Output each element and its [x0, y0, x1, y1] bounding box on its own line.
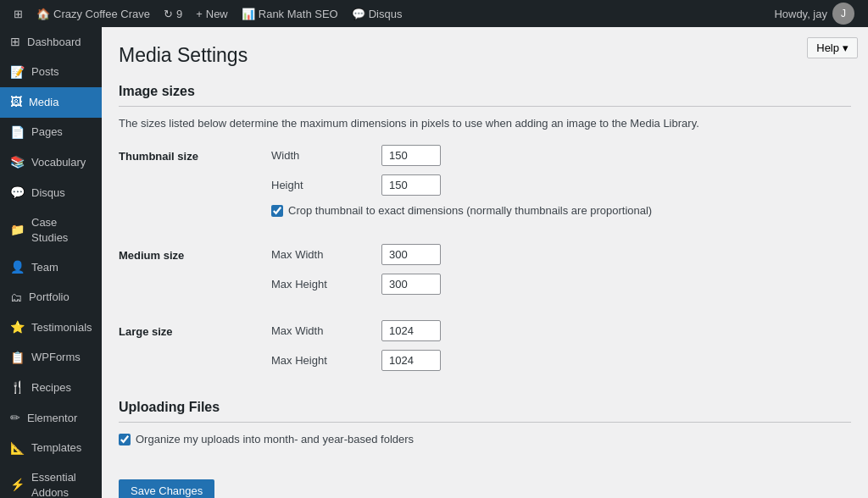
- sidebar-item-essential-addons[interactable]: ⚡ Essential Addons: [0, 463, 102, 498]
- large-width-input[interactable]: [381, 320, 441, 341]
- new-icon: +: [196, 8, 203, 20]
- recipes-icon: 🍴: [10, 379, 25, 396]
- uploading-files-section: Uploading Files Organize my uploads into…: [119, 400, 851, 445]
- admin-bar-new[interactable]: + New: [189, 0, 235, 27]
- large-height-row: Max Height: [271, 350, 851, 371]
- team-icon: 👤: [10, 259, 25, 276]
- admin-bar-rank-math[interactable]: 📊 Rank Math SEO: [235, 0, 345, 27]
- templates-icon: 📐: [10, 440, 25, 457]
- large-fields: Max Width Max Height: [271, 320, 851, 379]
- wp-logo-icon: ⊞: [14, 8, 23, 20]
- sidebar-item-pages[interactable]: 📄 Pages: [0, 118, 102, 148]
- thumbnail-crop-row: Crop thumbnail to exact dimensions (norm…: [271, 204, 851, 217]
- image-sizes-section: Image sizes The sizes listed below deter…: [119, 84, 851, 379]
- pages-icon: 📄: [10, 125, 25, 141]
- sidebar-item-disqus[interactable]: 💬 Disqus: [0, 178, 102, 208]
- large-height-input[interactable]: [381, 350, 441, 371]
- essential-addons-icon: ⚡: [10, 477, 25, 494]
- thumbnail-size-group: Thumbnail size Width Height Crop thum: [119, 145, 851, 227]
- thumbnail-size-block: Thumbnail size Width Height Crop thum: [119, 145, 851, 227]
- organize-uploads-checkbox[interactable]: [119, 434, 131, 445]
- home-icon: 🏠: [36, 8, 50, 20]
- large-max-height-label: Max Height: [271, 354, 381, 367]
- elementor-icon: ✏: [10, 410, 20, 427]
- sidebar-item-team[interactable]: 👤 Team: [0, 252, 102, 283]
- sidebar-item-dashboard[interactable]: ⊞ Dashboard: [0, 27, 102, 58]
- uploading-files-heading: Uploading Files: [119, 400, 851, 423]
- sidebar-item-testimonials[interactable]: ⭐ Testimonials: [0, 313, 102, 343]
- disqus-icon: 💬: [352, 8, 365, 20]
- medium-fields: Max Width Max Height: [271, 244, 851, 303]
- sidebar-item-media[interactable]: 🖼 Media: [0, 87, 102, 118]
- thumbnail-height-row: Height: [271, 174, 851, 196]
- large-size-block: Large size Max Width Max Height: [119, 320, 851, 379]
- image-sizes-description: The sizes listed below determine the max…: [119, 117, 851, 130]
- sidebar-item-recipes[interactable]: 🍴 Recipes: [0, 373, 102, 403]
- thumbnail-crop-label: Crop thumbnail to exact dimensions (norm…: [288, 204, 652, 217]
- sidebar-item-portfolio[interactable]: 🗂 Portfolio: [0, 283, 102, 313]
- wp-layout: ⊞ Dashboard 📝 Posts 🖼 Media 📄 Pages 📚 Vo…: [0, 27, 868, 498]
- sidebar-item-case-studies[interactable]: 📁 Case Studies: [0, 208, 102, 252]
- sidebar-item-posts[interactable]: 📝 Posts: [0, 58, 102, 88]
- large-max-width-label: Max Width: [271, 324, 381, 337]
- large-label: Large size: [119, 320, 271, 379]
- admin-bar: ⊞ 🏠 Crazy Coffee Crave ↻ 9 + New 📊 Rank …: [0, 0, 868, 27]
- sidebar: ⊞ Dashboard 📝 Posts 🖼 Media 📄 Pages 📚 Vo…: [0, 27, 102, 498]
- testimonials-icon: ⭐: [10, 319, 25, 336]
- medium-label: Medium size: [119, 244, 271, 303]
- thumbnail-crop-checkbox[interactable]: [271, 205, 283, 217]
- medium-max-width-label: Max Width: [271, 248, 381, 261]
- medium-max-height-label: Max Height: [271, 278, 381, 290]
- case-studies-icon: 📁: [10, 222, 25, 239]
- medium-width-input[interactable]: [381, 244, 441, 265]
- dashboard-icon: ⊞: [10, 34, 20, 51]
- large-width-row: Max Width: [271, 320, 851, 341]
- thumbnail-fields: Width Height Crop thumbnail to exact dim…: [271, 145, 851, 227]
- disqus-sidebar-icon: 💬: [10, 185, 25, 202]
- medium-height-row: Max Height: [271, 274, 851, 295]
- thumbnail-width-label: Width: [271, 149, 381, 162]
- admin-bar-updates[interactable]: ↻ 9: [157, 0, 189, 27]
- posts-icon: 📝: [10, 64, 25, 81]
- chevron-down-icon: ▾: [843, 42, 849, 54]
- sidebar-item-templates[interactable]: 📐 Templates: [0, 434, 102, 464]
- thumbnail-width-input[interactable]: [381, 145, 441, 166]
- large-size-group: Large size Max Width Max Height: [119, 320, 851, 379]
- admin-bar-wp-logo[interactable]: ⊞: [7, 0, 30, 27]
- sidebar-item-elementor[interactable]: ✏ Elementor: [0, 403, 102, 434]
- help-button-wrap: Help ▾: [807, 37, 858, 58]
- medium-height-input[interactable]: [381, 274, 441, 295]
- organize-uploads-row: Organize my uploads into month- and year…: [119, 433, 851, 445]
- sidebar-item-vocabulary[interactable]: 📚 Vocabulary: [0, 147, 102, 178]
- rank-math-icon: 📊: [242, 8, 255, 20]
- wpforms-icon: 📋: [10, 350, 25, 367]
- admin-bar-howdy[interactable]: Howdy, jay J: [767, 3, 861, 25]
- thumbnail-width-row: Width: [271, 145, 851, 166]
- media-icon: 🖼: [10, 94, 22, 111]
- medium-size-block: Medium size Max Width Max Height: [119, 244, 851, 303]
- help-button[interactable]: Help ▾: [807, 37, 858, 58]
- save-changes-button[interactable]: Save Changes: [119, 479, 214, 498]
- thumbnail-label: Thumbnail size: [119, 145, 271, 227]
- vocabulary-icon: 📚: [10, 154, 25, 171]
- avatar: J: [832, 3, 854, 25]
- admin-bar-disqus[interactable]: 💬 Disqus: [345, 0, 409, 27]
- main-content: Media Settings Image sizes The sizes lis…: [102, 27, 868, 498]
- image-sizes-heading: Image sizes: [119, 84, 851, 107]
- admin-bar-site-name[interactable]: 🏠 Crazy Coffee Crave: [30, 0, 157, 27]
- organize-uploads-label: Organize my uploads into month- and year…: [136, 433, 414, 445]
- medium-width-row: Max Width: [271, 244, 851, 265]
- admin-bar-right: Howdy, jay J: [767, 3, 861, 25]
- thumbnail-height-label: Height: [271, 179, 381, 191]
- thumbnail-height-input[interactable]: [381, 174, 441, 196]
- portfolio-icon: 🗂: [10, 290, 22, 307]
- page-title: Media Settings: [119, 44, 851, 67]
- updates-icon: ↻: [164, 8, 173, 20]
- medium-size-group: Medium size Max Width Max Height: [119, 244, 851, 303]
- sidebar-item-wpforms[interactable]: 📋 WPForms: [0, 343, 102, 374]
